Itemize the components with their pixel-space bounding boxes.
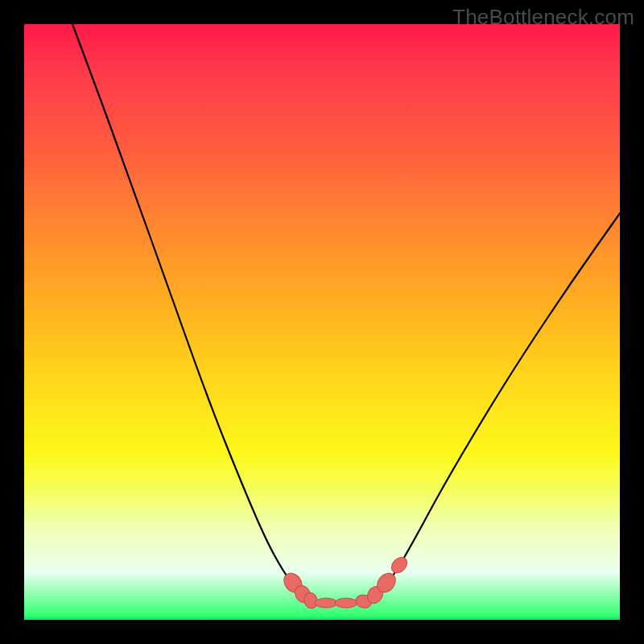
chart-svg [24, 24, 620, 620]
plot-area [24, 24, 620, 620]
bottleneck-curve [72, 24, 620, 603]
bead-marker [335, 598, 357, 608]
bead-marker [389, 555, 411, 576]
outer-frame: TheBottleneck.com [0, 0, 644, 644]
bead-marker [315, 598, 337, 608]
watermark-text: TheBottleneck.com [452, 5, 634, 30]
beads-group [280, 555, 410, 610]
